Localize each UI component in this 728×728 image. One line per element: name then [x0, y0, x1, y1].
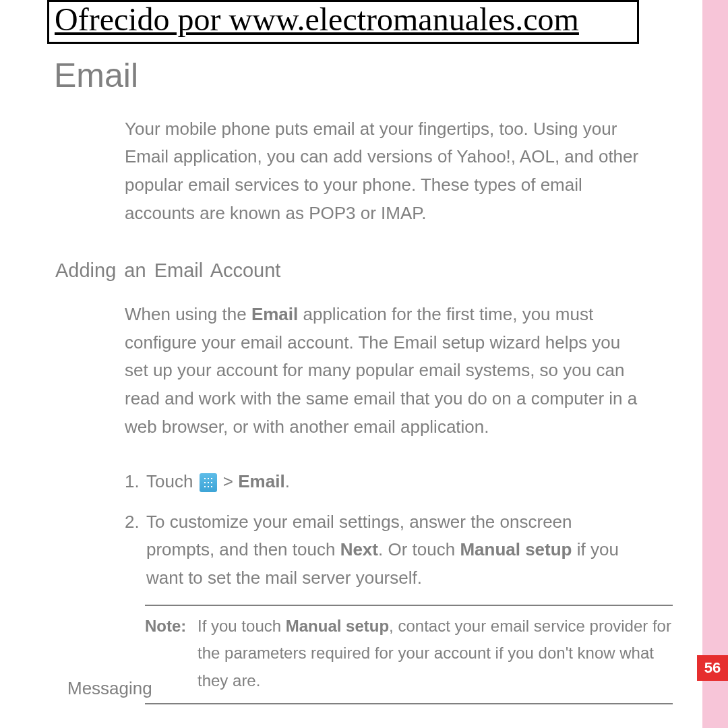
sidebar-strip — [702, 0, 728, 728]
text-fragment: When using the — [125, 304, 251, 324]
section-title: Email — [54, 56, 686, 95]
watermark-box: Ofrecido por www.electromanuales.com — [47, 0, 639, 44]
text-fragment: . Or touch — [378, 539, 460, 559]
note-label: Note: — [145, 613, 198, 695]
subsection-heading: Adding an Email Account — [55, 260, 686, 282]
watermark-text: Ofrecido por www.electromanuales.com — [55, 1, 579, 37]
text-fragment: > — [218, 471, 239, 491]
step-number: 2. — [125, 508, 146, 593]
apps-grid-icon — [200, 473, 217, 492]
bold-next: Next — [340, 539, 378, 559]
steps-list: 1. Touch > Email. 2. To customize your e… — [125, 468, 639, 592]
step-1: 1. Touch > Email. — [125, 468, 639, 496]
text-fragment: . — [285, 471, 290, 491]
step-2: 2. To customize your email settings, ans… — [125, 508, 639, 593]
step-content: Touch > Email. — [146, 468, 639, 496]
step-content: To customize your email settings, answer… — [146, 508, 639, 593]
text-fragment: If you touch — [198, 617, 286, 635]
note-block: Note: If you touch Manual setup, contact… — [145, 605, 673, 704]
bold-manual-setup: Manual setup — [286, 617, 389, 635]
subsection-body: When using the Email application for the… — [125, 301, 639, 441]
bold-email: Email — [251, 304, 298, 324]
note-text: If you touch Manual setup, contact your … — [198, 613, 673, 695]
text-fragment: Touch — [146, 471, 198, 491]
page-number-badge: 56 — [697, 655, 728, 681]
page-content: Ofrecido por www.electromanuales.com Ema… — [0, 0, 686, 728]
footer-chapter: Messaging — [67, 678, 152, 699]
step-number: 1. — [125, 468, 146, 496]
bold-manual-setup: Manual setup — [460, 539, 572, 559]
section-intro: Your mobile phone puts email at your fin… — [125, 115, 639, 227]
bold-email: Email — [238, 471, 284, 491]
